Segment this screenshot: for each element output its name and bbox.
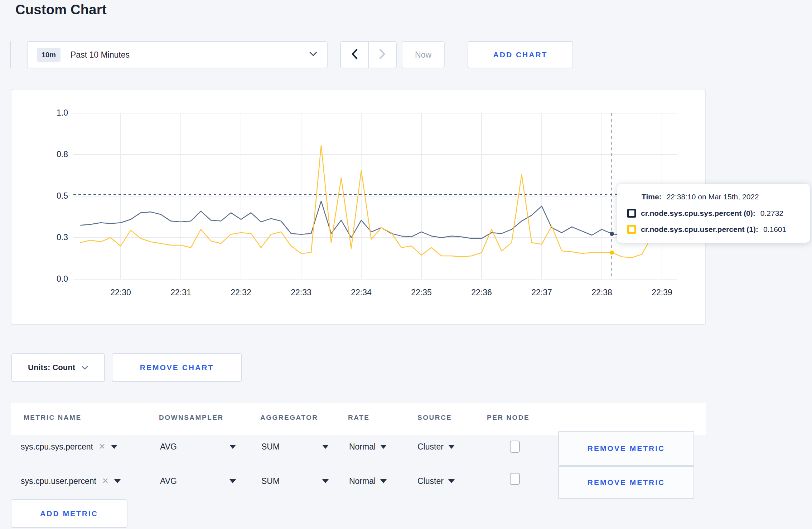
caret-down-icon: [448, 445, 455, 449]
chevron-right-icon: [378, 48, 386, 61]
remove-metric-button[interactable]: REMOVE METRIC: [558, 431, 694, 466]
source-value: Cluster: [417, 442, 444, 452]
col-header-metric-name: METRIC NAME: [24, 414, 82, 422]
caret-down-icon: [322, 445, 329, 449]
remove-chart-button[interactable]: REMOVE CHART: [112, 353, 242, 382]
chart-card[interactable]: [11, 89, 706, 325]
tooltip-time-prefix: Time:: [642, 193, 662, 201]
col-header-source: SOURCE: [417, 414, 452, 422]
per-node-checkbox[interactable]: [510, 441, 520, 453]
source-select[interactable]: Cluster: [417, 429, 455, 465]
tooltip-time-value: 22:38:10 on Mar 15th, 2022: [667, 193, 759, 201]
time-next-button[interactable]: [369, 42, 396, 68]
tooltip-series-label: cr.node.sys.cpu.user.percent (1):: [641, 225, 758, 234]
clear-x-icon[interactable]: ✕: [99, 442, 105, 451]
add-metric-button[interactable]: ADD METRIC: [11, 499, 127, 528]
chevron-down-icon: [82, 363, 88, 372]
caret-down-icon: [229, 445, 236, 449]
per-node-checkbox[interactable]: [510, 473, 520, 485]
series-swatch-sys: [627, 209, 636, 218]
now-button[interactable]: Now: [402, 41, 445, 68]
rate-select[interactable]: Normal: [349, 463, 387, 499]
caret-down-icon: [322, 479, 329, 483]
caret-down-icon: [380, 445, 387, 449]
tooltip-series-label: cr.node.sys.cpu.sys.percent (0):: [641, 209, 755, 218]
units-select[interactable]: Units: Count: [11, 353, 105, 382]
page-title: Custom Chart: [15, 2, 107, 18]
time-range-select[interactable]: 10m Past 10 Minutes: [27, 41, 328, 68]
time-range-label: Past 10 Minutes: [71, 50, 309, 60]
tooltip-series-value: 0.2732: [760, 209, 783, 218]
tooltip-series-row: cr.node.sys.cpu.sys.percent (0): 0.2732: [627, 209, 800, 218]
remove-metric-button[interactable]: REMOVE METRIC: [558, 466, 694, 499]
aggregator-value: SUM: [261, 476, 280, 486]
rate-select[interactable]: Normal: [349, 429, 387, 465]
custom-chart-page: Custom Chart 10m Past 10 Minutes Now ADD…: [0, 0, 812, 529]
caret-down-icon: [380, 479, 387, 483]
col-header-downsampler: DOWNSAMPLER: [159, 414, 224, 422]
tooltip-time: Time:22:38:10 on Mar 15th, 2022: [627, 193, 800, 201]
metric-name-value: sys.cpu.user.percent: [21, 476, 96, 486]
metric-row: sys.cpu.user.percent ✕ AVG SUM Normal Cl…: [0, 463, 812, 499]
aggregator-select[interactable]: SUM: [261, 429, 329, 465]
clear-x-icon[interactable]: ✕: [102, 476, 108, 486]
downsampler-select[interactable]: AVG: [160, 463, 236, 499]
chart-hover-tooltip: Time:22:38:10 on Mar 15th, 2022 cr.node.…: [617, 184, 810, 243]
col-header-rate: RATE: [348, 414, 369, 422]
source-value: Cluster: [417, 476, 444, 486]
toolbar-divider: [10, 41, 11, 68]
units-label: Units: Count: [28, 363, 75, 372]
series-swatch-user: [627, 225, 636, 234]
col-header-per-node: PER NODE: [487, 414, 530, 422]
caret-down-icon: [114, 479, 121, 483]
aggregator-select[interactable]: SUM: [261, 463, 329, 499]
downsampler-select[interactable]: AVG: [160, 429, 236, 465]
downsampler-value: AVG: [160, 442, 177, 452]
time-nav-group: [340, 41, 397, 68]
rate-value: Normal: [349, 476, 376, 486]
metric-name-select[interactable]: sys.cpu.user.percent ✕: [21, 463, 121, 499]
downsampler-value: AVG: [160, 476, 177, 486]
add-chart-button[interactable]: ADD CHART: [468, 41, 573, 68]
caret-down-icon: [229, 479, 236, 483]
chevron-down-icon: [309, 51, 318, 58]
caret-down-icon: [448, 479, 455, 483]
chevron-left-icon: [351, 48, 358, 61]
metric-row: sys.cpu.sys.percent ✕ AVG SUM Normal Clu…: [0, 429, 812, 465]
tooltip-series-row: cr.node.sys.cpu.user.percent (1): 0.1601: [627, 225, 800, 234]
col-header-aggregator: AGGREGATOR: [260, 414, 318, 422]
rate-value: Normal: [349, 442, 376, 452]
caret-down-icon: [111, 445, 117, 449]
time-prev-button[interactable]: [341, 42, 369, 68]
metric-name-value: sys.cpu.sys.percent: [21, 442, 93, 452]
tooltip-series-value: 0.1601: [763, 225, 786, 234]
time-range-badge: 10m: [37, 48, 61, 62]
aggregator-value: SUM: [261, 442, 280, 452]
source-select[interactable]: Cluster: [417, 463, 455, 499]
metric-name-select[interactable]: sys.cpu.sys.percent ✕: [21, 429, 117, 465]
